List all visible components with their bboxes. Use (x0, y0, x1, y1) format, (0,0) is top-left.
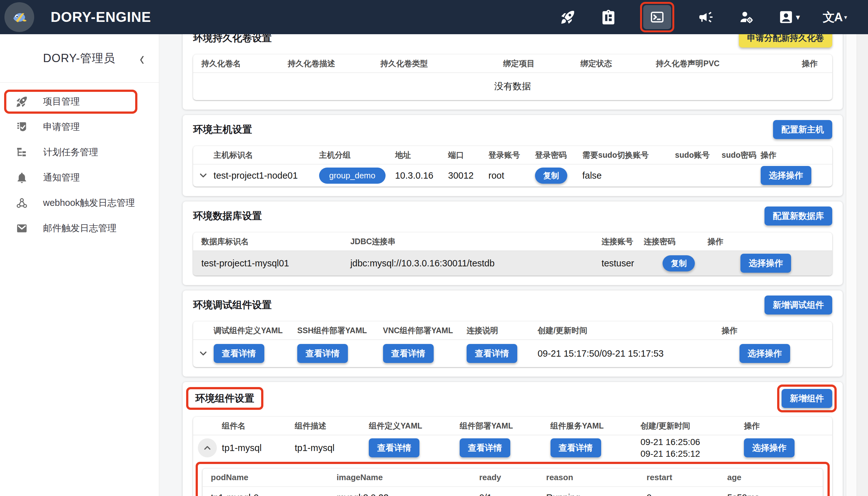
add-debug-component-button[interactable]: 新增调试组件 (765, 295, 832, 314)
sidebar-item-mail-log-management[interactable]: 邮件触发日志管理 (0, 216, 159, 241)
column-header: 操作 (708, 236, 832, 247)
column-header: imageName (337, 472, 479, 482)
expand-row-button[interactable] (193, 348, 214, 359)
column-header: 绑定状态 (580, 58, 656, 69)
login-password-cell: 复制 (535, 168, 582, 184)
view-deploy-yaml-button[interactable]: 查看详情 (460, 438, 510, 458)
host-group-cell: group_demo (319, 168, 395, 184)
collapse-row-button[interactable] (198, 438, 217, 458)
age-cell: 5s59ms (727, 493, 823, 496)
column-header: 端口 (448, 150, 488, 160)
db-password-cell: 复制 (644, 255, 708, 272)
column-header: 组件部署YAML (460, 421, 550, 431)
jdbc-url-cell: jdbc:mysql://10.3.0.16:30011/testdb (350, 258, 601, 268)
mail-icon (15, 221, 29, 235)
expand-row-button[interactable] (193, 170, 214, 181)
sidebar-collapse-button[interactable]: ‹ (140, 47, 144, 69)
chevron-up-icon (202, 443, 212, 453)
column-header: 主机分组 (319, 150, 395, 160)
column-header: 创建/更新时间 (537, 325, 721, 336)
column-header: 持久化卷描述 (288, 58, 381, 69)
sidebar-item-notification-management[interactable]: 通知管理 (0, 165, 159, 190)
vertical-scrollbar[interactable] (846, 34, 868, 496)
add-component-button[interactable]: 新增组件 (782, 389, 832, 408)
table-header-row: 数据库标识名 JDBC连接串 连接账号 连接密码 操作 (193, 232, 832, 251)
approval-icon (15, 120, 29, 134)
clipboard-icon-button[interactable] (599, 8, 617, 26)
rocket-icon (15, 95, 29, 109)
column-header: SSH组件部署YAML (297, 325, 383, 336)
select-operation-button[interactable]: 选择操作 (739, 344, 790, 363)
user-settings-icon-button[interactable] (738, 8, 755, 26)
table-row: test-project1-mysql01 jdbc:mysql://10.3.… (193, 251, 832, 276)
caret-down-icon: ▾ (844, 14, 847, 21)
table-row: 查看详情 查看详情 查看详情 查看详情 09-21 15:17:50/09-21… (193, 340, 832, 367)
section-header: 环境组件设置 新增组件 (193, 387, 832, 410)
account-menu-button[interactable]: ▾ (778, 8, 800, 26)
column-header: restart (647, 472, 727, 482)
view-vnc-yaml-button[interactable]: 查看详情 (383, 344, 434, 363)
appbar-icons: ▾ 文A ▾ (559, 2, 847, 32)
section-title: 环境调试组件设置 (193, 298, 272, 312)
chevron-down-icon (198, 170, 209, 181)
fish-logo-icon (9, 7, 30, 28)
rocket-icon (560, 9, 576, 25)
column-header: 连接密码 (644, 236, 708, 247)
column-header: 操作 (744, 421, 832, 431)
sidebar-item-project-management[interactable]: 项目管理 (6, 92, 135, 111)
select-operation-button[interactable]: 选择操作 (740, 254, 791, 273)
language-menu-button[interactable]: 文A ▾ (823, 8, 847, 26)
host-port-cell: 30012 (448, 170, 488, 181)
row-actions-cell: 选择操作 (744, 438, 832, 458)
database-table: 数据库标识名 JDBC连接串 连接账号 连接密码 操作 test-project… (193, 232, 832, 276)
view-definition-yaml-button[interactable]: 查看详情 (214, 344, 264, 363)
section-header: 环境调试组件设置 新增调试组件 (193, 295, 832, 314)
select-operation-button[interactable]: 选择操作 (761, 166, 811, 185)
sidebar-menu: 项目管理 申请管理 计划任务管理 通知管理 webhook触发日志管理 邮件触发… (0, 83, 159, 241)
sidebar-item-request-management[interactable]: 申请管理 (0, 114, 159, 140)
rocket-icon-button[interactable] (559, 8, 577, 26)
copy-password-button[interactable]: 复制 (535, 168, 567, 184)
view-ssh-yaml-button[interactable]: 查看详情 (297, 344, 348, 363)
view-service-yaml-button[interactable]: 查看详情 (550, 438, 601, 458)
column-header: 操作 (722, 325, 832, 336)
column-header: 操作 (761, 150, 832, 160)
column-header: sudo账号 (675, 150, 721, 160)
column-header: 调试组件定义YAML (214, 325, 297, 336)
login-account-cell: root (488, 170, 535, 181)
column-header: ready (479, 472, 546, 482)
column-header: 组件定义YAML (369, 421, 460, 431)
sidebar-item-webhook-log-management[interactable]: webhook触发日志管理 (0, 190, 159, 216)
debug-component-table: 调试组件定义YAML SSH组件部署YAML VNC组件部署YAML 连接说明 … (193, 322, 832, 367)
section-header: 环境主机设置 配置新主机 (193, 120, 832, 139)
terminal-icon-button[interactable] (643, 5, 671, 29)
component-desc-cell: tp1-mysql (295, 443, 369, 453)
deploy-yaml-cell: 查看详情 (460, 438, 550, 458)
select-operation-button[interactable]: 选择操作 (744, 438, 794, 458)
announcement-icon-button[interactable] (697, 8, 715, 26)
pod-name-cell: tp1-mysql-0 (203, 493, 337, 496)
definition-yaml-cell: 查看详情 (214, 344, 297, 363)
megaphone-icon (698, 9, 714, 25)
created-time: 09-21 16:25:06 (640, 436, 744, 448)
copy-password-button[interactable]: 复制 (662, 255, 695, 272)
app-title: DORY-ENGINE (51, 9, 151, 25)
column-header: 创建/更新时间 (640, 421, 744, 431)
component-table: 组件名 组件描述 组件定义YAML 组件部署YAML 组件服务YAML 创建/更… (193, 417, 832, 496)
row-actions-cell: 选择操作 (722, 344, 832, 363)
table-row: test-project1-node01 group_demo 10.3.0.1… (193, 165, 832, 187)
sidebar-item-scheduled-task-management[interactable]: 计划任务管理 (0, 140, 159, 165)
column-header: 组件名 (222, 421, 295, 431)
configure-new-host-button[interactable]: 配置新主机 (773, 120, 832, 139)
host-table: 主机标识名 主机分组 地址 端口 登录账号 登录密码 需要sudo切换账号 su… (193, 146, 832, 187)
sidebar-item-label: 项目管理 (43, 95, 80, 108)
column-header: 连接账号 (601, 236, 644, 247)
configure-new-database-button[interactable]: 配置新数据库 (765, 206, 832, 226)
sidebar-header: DORY-管理员 ‹ (0, 34, 159, 82)
view-definition-yaml-button[interactable]: 查看详情 (369, 438, 419, 458)
view-connect-info-button[interactable]: 查看详情 (467, 344, 517, 363)
sidebar-title: DORY-管理员 (43, 51, 115, 66)
vnc-yaml-cell: 查看详情 (383, 344, 467, 363)
webhook-icon (15, 196, 29, 210)
sidebar-item-label: 计划任务管理 (43, 146, 98, 159)
